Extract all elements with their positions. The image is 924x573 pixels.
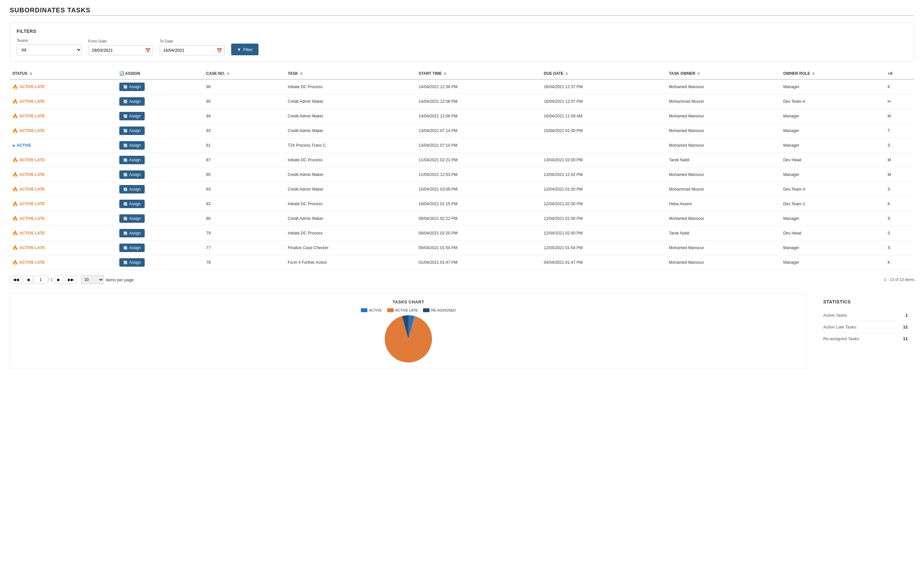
- prev-page-button[interactable]: ◀: [23, 276, 33, 284]
- owner-role-cell-6: Manager: [781, 168, 885, 182]
- status-cell-12: 🔥 ACTIVE LATE: [10, 255, 117, 270]
- assign-button-9[interactable]: 🔄 Assign: [119, 214, 145, 223]
- extra-cell-1: H: [885, 94, 914, 109]
- filter-icon: ▼: [237, 47, 241, 52]
- start-time-cell-7: 10/04/2021 03:09 PM: [416, 182, 541, 197]
- pagination-row: ◀◀ ◀ / 1 ▶ ▶▶ 10 25 50 100 items per pag…: [10, 273, 914, 286]
- col-start-time[interactable]: START TIME ⇅: [416, 68, 541, 79]
- case-sort-icon: ⇅: [227, 72, 230, 75]
- start-time-cell-4: 13/04/2021 07:10 PM: [416, 138, 541, 153]
- start-time-cell-10: 09/04/2021 02:20 PM: [416, 226, 541, 241]
- status-cell-3: 🔥 ACTIVE LATE: [10, 124, 117, 138]
- task-cell-12: Form 4 Further Action: [285, 255, 416, 270]
- due-date-cell-6: 13/04/2021 12:42 PM: [541, 168, 666, 182]
- table-row: 🔥 ACTIVE LATE 🔄 Assign 83 Credit Admin M…: [10, 182, 914, 197]
- col-case-no[interactable]: CASE NO. ⇅: [203, 68, 285, 79]
- case-no-cell-12: 78: [203, 255, 285, 270]
- status-icon-8: 🔥: [13, 201, 18, 207]
- task-cell-0: Initiate DC Process: [285, 79, 416, 94]
- status-icon-1: 🔥: [13, 99, 18, 104]
- pagination-info: 1 - 13 of 13 items: [884, 277, 914, 282]
- col-task[interactable]: TASK ⇅: [285, 68, 416, 79]
- assign-btn-icon-3: 🔄: [123, 129, 128, 133]
- assign-button-2[interactable]: 🔄 Assign: [119, 112, 145, 121]
- assign-button-5[interactable]: 🔄 Assign: [119, 156, 145, 164]
- table-row: 🔥 ACTIVE LATE 🔄 Assign 82 Initiate DC Pr…: [10, 197, 914, 211]
- case-no-cell-4: 91: [203, 138, 285, 153]
- stats-label-1: Active Late Tasks:: [823, 324, 857, 329]
- assign-button-7[interactable]: 🔄 Assign: [119, 185, 145, 194]
- extra-cell-4: S: [885, 138, 914, 153]
- assign-button-12[interactable]: 🔄 Assign: [119, 258, 145, 267]
- assign-button-10[interactable]: 🔄 Assign: [119, 229, 145, 237]
- bottom-section: TASKS CHART ACTIVE ACTIVE LATE RE-ASSIGN…: [10, 293, 914, 368]
- assign-button-3[interactable]: 🔄 Assign: [119, 127, 145, 135]
- status-icon-3: 🔥: [13, 128, 18, 133]
- status-cell-0: 🔥 ACTIVE LATE: [10, 79, 117, 94]
- next-page-button[interactable]: ▶: [54, 276, 63, 284]
- col-task-owner[interactable]: TASK OWNER ⇅: [666, 68, 781, 79]
- col-due-date[interactable]: DUE DATE ⇅: [541, 68, 666, 79]
- extra-cell-11: S: [885, 241, 914, 255]
- start-time-cell-1: 14/04/2021 12:08 PM: [416, 94, 541, 109]
- status-icon-6: 🔥: [13, 172, 18, 177]
- filters-row: Teams All Team 1 Team 2 Team 3 From Date…: [17, 38, 907, 55]
- task-owner-cell-6: Mohamed Mansour: [666, 168, 781, 182]
- page-number-input[interactable]: [34, 276, 47, 284]
- status-icon-12: 🔥: [13, 260, 18, 265]
- col-status[interactable]: STATUS ⇅: [10, 68, 117, 79]
- filters-section: FILTERS Teams All Team 1 Team 2 Team 3 F…: [10, 22, 914, 61]
- assign-button-8[interactable]: 🔄 Assign: [119, 200, 145, 208]
- teams-select[interactable]: All Team 1 Team 2 Team 3: [17, 45, 81, 55]
- to-date-input[interactable]: [159, 45, 225, 55]
- status-cell-1: 🔥 ACTIVE LATE: [10, 94, 117, 109]
- table-row: 🔥 ACTIVE LATE 🔄 Assign 98 Initiate DC Pr…: [10, 79, 914, 94]
- task-cell-3: Credit Admin Maker: [285, 124, 416, 138]
- filter-button[interactable]: ▼ Filter: [231, 44, 258, 55]
- assign-cell-7: 🔄 Assign: [117, 182, 203, 197]
- task-sort-icon: ⇅: [300, 72, 303, 75]
- status-cell-4: ● ACTIVE: [10, 138, 117, 153]
- assign-button-11[interactable]: 🔄 Assign: [119, 244, 145, 252]
- assign-cell-1: 🔄 Assign: [117, 94, 203, 109]
- page-total: / 1: [48, 277, 53, 282]
- items-per-page-select[interactable]: 10 25 50 100: [81, 275, 104, 284]
- assign-button-6[interactable]: 🔄 Assign: [119, 171, 145, 179]
- status-icon-4: ●: [13, 143, 15, 148]
- col-extra[interactable]: ≡A: [885, 68, 914, 79]
- start-time-cell-9: 09/04/2021 02:22 PM: [416, 211, 541, 226]
- stats-value-0: 1: [905, 313, 908, 318]
- extra-cell-9: S: [885, 211, 914, 226]
- extra-cell-3: T: [885, 124, 914, 138]
- case-no-cell-9: 80: [203, 211, 285, 226]
- case-no-cell-6: 85: [203, 168, 285, 182]
- case-no-cell-2: 94: [203, 109, 285, 124]
- legend-reassigned: RE-ASSIGNED: [423, 308, 456, 312]
- task-cell-1: Credit Admin Maker: [285, 94, 416, 109]
- to-date-label: To Date: [159, 39, 225, 44]
- start-time-cell-11: 09/04/2021 01:54 PM: [416, 241, 541, 255]
- status-icon-11: 🔥: [13, 245, 18, 250]
- assign-btn-label-4: Assign: [129, 143, 141, 148]
- assign-btn-icon-1: 🔄: [123, 100, 128, 104]
- col-owner-role[interactable]: OWNER ROLE ⇅: [781, 68, 885, 79]
- assign-button-0[interactable]: 🔄 Assign: [119, 83, 145, 91]
- assign-button-1[interactable]: 🔄 Assign: [119, 97, 145, 106]
- owner-role-cell-2: Manager: [781, 109, 885, 124]
- start-time-cell-0: 14/04/2021 12:38 PM: [416, 79, 541, 94]
- status-text-8: ACTIVE LATE: [19, 202, 45, 206]
- task-owner-cell-10: Tarek Nabil: [666, 226, 781, 241]
- assign-button-4[interactable]: 🔄 Assign: [119, 141, 145, 150]
- first-page-button[interactable]: ◀◀: [10, 276, 22, 284]
- chart-legend: ACTIVE ACTIVE LATE RE-ASSIGNED: [17, 308, 800, 312]
- last-page-button[interactable]: ▶▶: [65, 276, 77, 284]
- assign-btn-label-11: Assign: [129, 246, 141, 250]
- from-date-input[interactable]: [88, 45, 153, 55]
- stats-label-2: Re-assigned Tasks:: [823, 336, 860, 341]
- status-cell-11: 🔥 ACTIVE LATE: [10, 241, 117, 255]
- task-owner-cell-0: Mohamed Mansour: [666, 79, 781, 94]
- due-date-cell-11: 12/04/2021 01:54 PM: [541, 241, 666, 255]
- assign-btn-icon-2: 🔄: [123, 114, 128, 118]
- status-text-9: ACTIVE LATE: [19, 216, 45, 221]
- status-text-6: ACTIVE LATE: [19, 172, 45, 177]
